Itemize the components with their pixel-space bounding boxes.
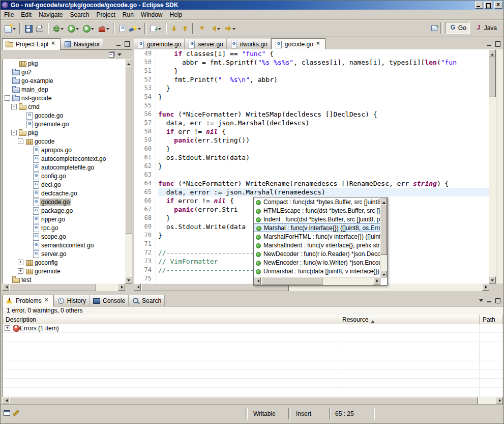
tree-item-pkg[interactable]: -pkg xyxy=(3,128,125,137)
scroll-up-icon[interactable] xyxy=(489,49,496,56)
popup-vertical-scrollbar[interactable] xyxy=(380,197,387,277)
scroll-left-icon[interactable] xyxy=(254,277,261,285)
editor-tab-goremote.go[interactable]: goremote.go xyxy=(134,39,185,49)
tab-navigator[interactable]: Navigator xyxy=(61,39,103,49)
save-button[interactable] xyxy=(23,22,34,35)
maximize-icon[interactable] xyxy=(494,40,502,48)
tree-item-server.go[interactable]: server.go xyxy=(3,249,125,258)
tree-item-ripper.go[interactable]: ripper.go xyxy=(3,215,125,223)
dropdown-arrow-icon[interactable] xyxy=(12,25,16,32)
maximize-icon[interactable] xyxy=(494,296,502,304)
new-go-element-button[interactable] xyxy=(148,22,163,35)
window-close-icon[interactable] xyxy=(494,2,502,9)
tree-item-gocode.go[interactable]: gocode.go xyxy=(3,111,125,120)
close-icon[interactable] xyxy=(51,41,57,47)
autocomplete-item[interactable]: Compact : func(dst *bytes.Buffer, src []… xyxy=(254,197,380,206)
autocomplete-item[interactable]: NewEncoder : func(w io.Writer) *json.Enc… xyxy=(254,258,380,267)
run-button[interactable] xyxy=(66,22,81,35)
expander-icon[interactable]: + xyxy=(18,268,23,274)
column-header-resource[interactable]: Resource xyxy=(339,315,480,324)
tree-item-cmd[interactable]: -cmd xyxy=(3,102,125,111)
run-last-button[interactable] xyxy=(81,22,96,35)
code-line[interactable]: data, error := json.Marshal(renamedescs) xyxy=(158,188,489,196)
scrollbar-thumb[interactable] xyxy=(10,284,96,291)
project-tree[interactable]: pkggo2go-examplemain_dep-nsf-gocode-cmdg… xyxy=(2,59,125,284)
expander-icon[interactable]: - xyxy=(11,104,17,109)
tree-item-main_dep[interactable]: main_dep xyxy=(3,85,125,94)
code-line[interactable] xyxy=(158,171,489,179)
editor-tab-itworks.go[interactable]: itworks.go xyxy=(227,39,271,49)
tab-project-explorer[interactable]: Project Expl xyxy=(2,38,61,50)
tree-item-go2[interactable]: go2 xyxy=(3,68,125,76)
tree-item-autocompletecontext.go[interactable]: autocompletecontext.go xyxy=(3,154,125,163)
tree-item-autocompletefile.go[interactable]: autocompletefile.go xyxy=(3,163,125,172)
scrollbar-thumb[interactable] xyxy=(125,66,132,234)
scroll-down-icon[interactable] xyxy=(125,276,132,284)
menu-edit[interactable]: Edit xyxy=(17,10,35,19)
forward-button[interactable] xyxy=(222,22,238,35)
close-icon[interactable] xyxy=(316,41,322,47)
scrollbar-thumb[interactable] xyxy=(261,277,322,285)
code-line[interactable] xyxy=(158,101,489,110)
line-number-gutter[interactable]: 4950515253545556575859606162636465666768… xyxy=(134,49,156,284)
tree-item-semanticcontext.go[interactable]: semanticcontext.go xyxy=(3,241,125,249)
close-icon[interactable] xyxy=(44,298,50,304)
tree-item-apropos.go[interactable]: apropos.go xyxy=(3,146,125,154)
scroll-down-icon[interactable] xyxy=(489,276,496,284)
fast-view-icon[interactable] xyxy=(3,409,11,417)
code-line[interactable]: func (*NiceFormatter) WriteRename(rename… xyxy=(158,179,489,188)
tree-item-scope.go[interactable]: scope.go xyxy=(3,232,125,241)
menu-project[interactable]: Project xyxy=(93,10,118,19)
autocomplete-item[interactable]: MarshalIndent : func(v interface{}, pref… xyxy=(254,241,380,249)
scrollbar-thumb[interactable] xyxy=(380,204,387,255)
menu-window[interactable]: Window xyxy=(137,10,166,19)
menu-help[interactable]: Help xyxy=(166,10,186,19)
scroll-right-icon[interactable] xyxy=(373,277,380,285)
tree-item-decl.go[interactable]: decl.go xyxy=(3,180,125,189)
tab-console[interactable]: Console xyxy=(90,295,129,306)
tree-item-pkg[interactable]: pkg xyxy=(3,59,125,68)
dropdown-arrow-icon[interactable] xyxy=(106,25,110,32)
scroll-right-icon[interactable] xyxy=(482,284,489,291)
editor-vertical-scrollbar[interactable] xyxy=(489,49,496,284)
tab-problems[interactable]: Problems xyxy=(2,295,54,306)
tree-item-config.go[interactable]: config.go xyxy=(3,172,125,180)
code-line[interactable]: fmt.Printf(" %s\n", abbr) xyxy=(158,75,489,84)
maximize-icon[interactable] xyxy=(123,40,131,48)
edit-icon[interactable] xyxy=(11,409,19,417)
scrollbar-thumb[interactable] xyxy=(489,56,496,97)
scroll-left-icon[interactable] xyxy=(2,397,9,404)
code-line[interactable]: os.Stdout.Write(data) xyxy=(158,153,489,162)
scroll-left-icon[interactable] xyxy=(134,284,141,291)
window-restore-icon[interactable] xyxy=(484,2,492,9)
scroll-up-icon[interactable] xyxy=(380,197,387,204)
tree-item-test[interactable]: test xyxy=(3,275,125,284)
code-line[interactable]: } xyxy=(158,93,489,101)
dropdown-arrow-icon[interactable] xyxy=(158,25,162,32)
tree-item-rpc.go[interactable]: rpc.go xyxy=(3,223,125,232)
overview-ruler[interactable] xyxy=(496,49,503,284)
editor-tab-gocode.go[interactable]: gocode.go xyxy=(271,38,325,50)
editor-tab-server.go[interactable]: server.go xyxy=(185,39,226,49)
tree-item-gocode.go[interactable]: gocode.go xyxy=(3,197,125,206)
autocomplete-item[interactable]: NewDecoder : func(r io.Reader) *json.Dec… xyxy=(254,249,380,258)
autocomplete-item[interactable]: Unmarshal : func(data []uint8, v interfa… xyxy=(254,267,380,275)
dropdown-arrow-icon[interactable] xyxy=(75,25,79,32)
code-line[interactable]: if err != nil { xyxy=(158,127,489,136)
menu-navigate[interactable]: Navigate xyxy=(35,10,66,19)
tree-item-package.go[interactable]: package.go xyxy=(3,206,125,215)
dropdown-arrow-icon[interactable] xyxy=(217,25,221,32)
dropdown-arrow-icon[interactable] xyxy=(60,25,64,32)
scroll-right-icon[interactable] xyxy=(496,397,503,404)
code-line[interactable]: abbr = fmt.Sprintf("%s %s%s", classes[i]… xyxy=(158,58,489,67)
view-menu-icon[interactable] xyxy=(478,296,486,304)
code-line[interactable]: } xyxy=(158,162,489,171)
tree-item-declcache.go[interactable]: declcache.go xyxy=(3,189,125,197)
scroll-up-icon[interactable] xyxy=(125,59,132,66)
column-header-path[interactable]: Path xyxy=(480,315,503,324)
expander-icon[interactable]: - xyxy=(18,138,23,144)
code-line[interactable]: } xyxy=(158,67,489,75)
tab-search[interactable]: Search xyxy=(129,295,165,306)
expander-icon[interactable]: + xyxy=(18,260,23,265)
autocomplete-item[interactable]: HTMLEscape : func(dst *bytes.Buffer, src… xyxy=(254,206,380,215)
